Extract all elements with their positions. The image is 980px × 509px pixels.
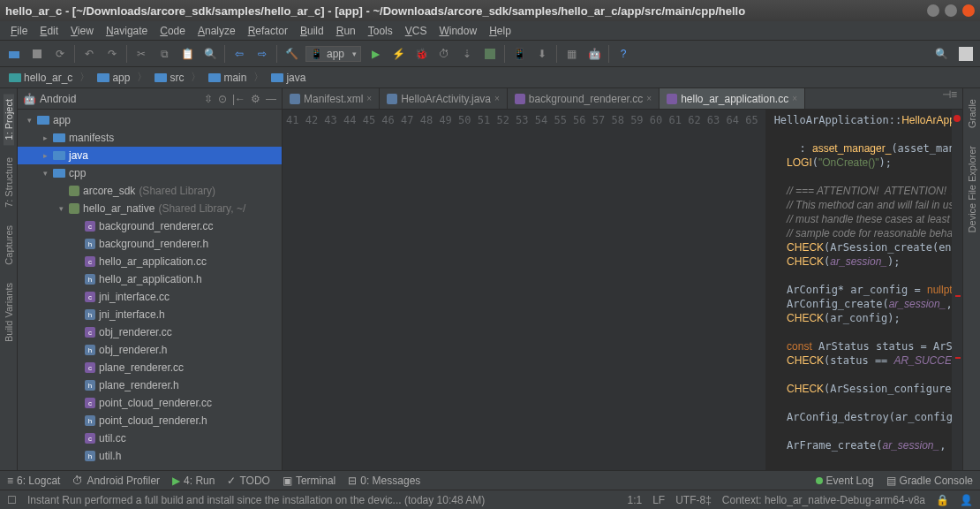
menu-file[interactable]: File (5, 23, 33, 39)
menu-edit[interactable]: Edit (34, 23, 64, 39)
search-everywhere-icon[interactable]: 🔍 (932, 45, 950, 63)
tree-item-jni_interface_h[interactable]: hjni_interface.h (18, 306, 282, 323)
project-tree[interactable]: ▾app▸manifests▸java▾cpparcore_sdk (Share… (18, 110, 282, 470)
android-icon[interactable]: 🤖 (585, 45, 603, 63)
breadcrumb-java[interactable]: java (266, 72, 311, 84)
open-icon[interactable] (5, 45, 23, 63)
hide-icon[interactable]: — (266, 93, 276, 105)
tree-item-point_cloud_renderer_cc[interactable]: cpoint_cloud_renderer.cc (18, 394, 282, 412)
debug-icon[interactable]: 🐞 (412, 45, 430, 63)
gradle-console-tab[interactable]: ▤ Gradle Console (886, 475, 973, 487)
account-icon[interactable] (957, 45, 975, 63)
rail-devicefileexplorer[interactable]: Device File Explorer (967, 141, 977, 238)
event-log-tab[interactable]: Event Log (816, 475, 874, 487)
editor-code[interactable]: HelloArApplication::HelloArApplication(A… (765, 110, 952, 470)
tab-background_renderer_cc[interactable]: background_renderer.cc× (508, 88, 660, 109)
close-tab-icon[interactable]: × (366, 94, 372, 103)
copy-icon[interactable]: ⧉ (155, 45, 173, 63)
breadcrumb-app[interactable]: app (92, 72, 135, 84)
tree-item-hello_ar_native[interactable]: ▾hello_ar_native (Shared Library, ~/ (18, 200, 282, 217)
save-icon[interactable] (28, 45, 46, 63)
menu-view[interactable]: View (65, 23, 99, 39)
attach-icon[interactable]: ⇣ (458, 45, 476, 63)
tab-Manifest_xml[interactable]: Manifest.xml× (283, 88, 380, 109)
back-icon[interactable]: ⇦ (230, 45, 248, 63)
menu-build[interactable]: Build (295, 23, 329, 39)
project-panel-header[interactable]: 🤖 Android ⇳ ⊙ |← ⚙ — (18, 88, 282, 110)
tree-item-util_h[interactable]: hutil.h (18, 447, 282, 465)
breadcrumb-src[interactable]: src (149, 72, 189, 84)
minimize-button[interactable] (927, 4, 939, 17)
menu-run[interactable]: Run (331, 23, 361, 39)
terminal-tab[interactable]: ▣ Terminal (283, 475, 335, 487)
cut-icon[interactable]: ✂ (132, 45, 150, 63)
tree-item-cpp[interactable]: ▾cpp (18, 164, 282, 182)
line-separator[interactable]: LF (652, 494, 665, 506)
redo-icon[interactable]: ↷ (103, 45, 121, 63)
tab-HelloArActivity_java[interactable]: HelloArActivity.java× (380, 88, 508, 109)
close-tab-icon[interactable]: × (494, 94, 500, 103)
apply-changes-icon[interactable]: ⚡ (389, 45, 407, 63)
rail-captures[interactable]: Captures (4, 220, 14, 270)
tree-item-obj_renderer_h[interactable]: hobj_renderer.h (18, 341, 282, 359)
layout-icon[interactable]: ▦ (562, 45, 580, 63)
tree-item-jni_interface_cc[interactable]: cjni_interface.cc (18, 288, 282, 306)
tree-item-hello_ar_application_h[interactable]: hhello_ar_application.h (18, 270, 282, 288)
tree-item-hello_ar_application_cc[interactable]: chello_ar_application.cc (18, 253, 282, 270)
menu-help[interactable]: Help (484, 23, 516, 39)
caret-position[interactable]: 1:1 (627, 494, 642, 506)
forward-icon[interactable]: ⇨ (253, 45, 271, 63)
menu-analyze[interactable]: Analyze (192, 23, 241, 39)
tree-item-background_renderer_cc[interactable]: cbackground_renderer.cc (18, 217, 282, 235)
close-button[interactable] (962, 4, 975, 17)
tree-item-point_cloud_renderer_h[interactable]: hpoint_cloud_renderer.h (18, 412, 282, 429)
menu-code[interactable]: Code (155, 23, 191, 39)
status-icon[interactable]: ☐ (7, 494, 17, 506)
todo-tab[interactable]: ✓ TODO (227, 475, 269, 487)
run-tab[interactable]: ▶ 4: Run (172, 475, 215, 487)
options-icon[interactable]: |← (232, 93, 245, 105)
profiler-tab[interactable]: ⏱ Android Profiler (72, 475, 160, 487)
undo-icon[interactable]: ↶ (80, 45, 98, 63)
sdk-icon[interactable]: ⬇ (533, 45, 551, 63)
close-tab-icon[interactable]: × (646, 94, 652, 103)
make-icon[interactable]: 🔨 (283, 45, 300, 63)
tree-item-arcore_sdk[interactable]: arcore_sdk (Shared Library) (18, 182, 282, 200)
rail-project[interactable]: 1: Project (4, 94, 14, 145)
menu-window[interactable]: Window (433, 23, 482, 39)
stop-icon[interactable] (481, 45, 499, 63)
profile-icon[interactable]: ⏱ (435, 45, 453, 63)
tree-item-java[interactable]: ▸java (18, 147, 282, 164)
tree-item-app[interactable]: ▾app (18, 111, 282, 129)
rail-structure[interactable]: 7: Structure (4, 152, 14, 213)
build-context[interactable]: Context: hello_ar_native-Debug-arm64-v8a (722, 494, 925, 506)
tree-item-manifests[interactable]: ▸manifests (18, 129, 282, 147)
run-config-dropdown[interactable]: 📱 app (305, 46, 361, 62)
logcat-tab[interactable]: ≡ 6: Logcat (7, 475, 60, 487)
tree-item-plane_renderer_cc[interactable]: cplane_renderer.cc (18, 359, 282, 376)
hector-icon[interactable]: 👤 (960, 494, 973, 506)
maximize-button[interactable] (945, 4, 957, 17)
lock-icon[interactable]: 🔒 (936, 494, 949, 506)
close-tab-icon[interactable]: × (792, 94, 797, 103)
menu-tools[interactable]: Tools (363, 23, 398, 39)
find-icon[interactable]: 🔍 (201, 45, 219, 63)
tree-item-background_renderer_h[interactable]: hbackground_renderer.h (18, 235, 282, 253)
run-icon[interactable]: ▶ (366, 45, 384, 63)
rail-buildvariants[interactable]: Build Variants (4, 277, 14, 347)
error-stripe[interactable] (952, 110, 962, 470)
file-encoding[interactable]: UTF-8‡ (675, 494, 712, 506)
menu-refactor[interactable]: Refactor (243, 23, 293, 39)
tree-item-obj_renderer_cc[interactable]: cobj_renderer.cc (18, 323, 282, 341)
breadcrumb-main[interactable]: main (203, 72, 252, 84)
tab-hello_ar_application_cc[interactable]: hello_ar_application.cc× (660, 88, 805, 109)
gear-icon[interactable]: ⚙ (251, 93, 260, 105)
messages-tab[interactable]: ⊟ 0: Messages (348, 475, 420, 487)
breadcrumb-hello_ar_c[interactable]: hello_ar_c (4, 72, 78, 84)
select-icon[interactable]: ⊙ (218, 93, 227, 105)
menu-navigate[interactable]: Navigate (101, 23, 153, 39)
rail-gradle[interactable]: Gradle (967, 94, 977, 133)
tree-item-plane_renderer_h[interactable]: hplane_renderer.h (18, 376, 282, 394)
avd-icon[interactable]: 📱 (510, 45, 528, 63)
paste-icon[interactable]: 📋 (178, 45, 196, 63)
